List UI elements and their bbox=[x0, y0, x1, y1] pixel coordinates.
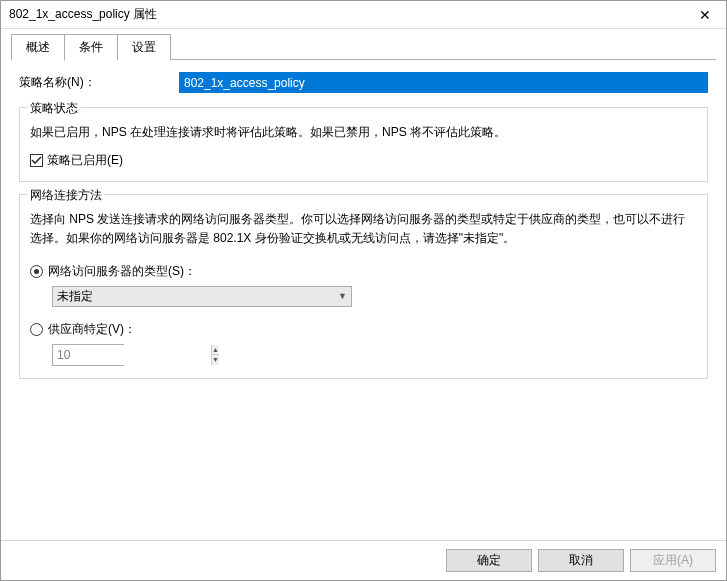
radio-vendor-specific[interactable]: 供应商特定(V)： bbox=[30, 321, 697, 338]
policy-enabled-label: 策略已启用(E) bbox=[47, 152, 123, 169]
tab-settings[interactable]: 设置 bbox=[117, 34, 171, 60]
chevron-down-icon: ▼ bbox=[212, 356, 219, 363]
tab-overview[interactable]: 概述 bbox=[11, 34, 65, 61]
policy-name-input[interactable] bbox=[179, 72, 708, 93]
radio-server-type-label: 网络访问服务器的类型(S)： bbox=[48, 263, 196, 280]
spinner-down-button[interactable]: ▼ bbox=[212, 355, 219, 365]
server-type-select-value: 未指定 bbox=[57, 288, 93, 305]
policy-status-group: 策略状态 如果已启用，NPS 在处理连接请求时将评估此策略。如果已禁用，NPS … bbox=[19, 107, 708, 182]
radio-icon bbox=[30, 265, 43, 278]
close-button[interactable]: ✕ bbox=[684, 1, 726, 28]
policy-name-label: 策略名称(N)： bbox=[19, 74, 179, 91]
connection-method-group: 网络连接方法 选择向 NPS 发送连接请求的网络访问服务器类型。你可以选择网络访… bbox=[19, 194, 708, 378]
tab-settings-label: 设置 bbox=[132, 40, 156, 54]
connection-method-title: 网络连接方法 bbox=[27, 187, 105, 204]
tab-bar: 概述 条件 设置 bbox=[11, 37, 716, 60]
chevron-up-icon: ▲ bbox=[212, 346, 219, 353]
cancel-button[interactable]: 取消 bbox=[538, 549, 624, 572]
policy-status-title: 策略状态 bbox=[27, 100, 81, 117]
connection-method-desc: 选择向 NPS 发送连接请求的网络访问服务器类型。你可以选择网络访问服务器的类型… bbox=[30, 210, 697, 248]
tab-conditions[interactable]: 条件 bbox=[64, 34, 118, 60]
close-icon: ✕ bbox=[699, 8, 711, 22]
policy-status-desc: 如果已启用，NPS 在处理连接请求时将评估此策略。如果已禁用，NPS 将不评估此… bbox=[30, 123, 697, 142]
ok-button[interactable]: 确定 bbox=[446, 549, 532, 572]
radio-vendor-label: 供应商特定(V)： bbox=[48, 321, 136, 338]
window-title: 802_1x_access_policy 属性 bbox=[9, 6, 157, 23]
tab-overview-label: 概述 bbox=[26, 40, 50, 54]
server-type-select[interactable]: 未指定 ▼ bbox=[52, 286, 352, 307]
radio-server-type[interactable]: 网络访问服务器的类型(S)： bbox=[30, 263, 697, 280]
checkbox-icon bbox=[30, 154, 43, 167]
vendor-spinner-input bbox=[53, 345, 211, 365]
policy-enabled-checkbox[interactable]: 策略已启用(E) bbox=[30, 152, 697, 169]
radio-icon bbox=[30, 323, 43, 336]
vendor-spinner[interactable]: ▲ ▼ bbox=[52, 344, 124, 366]
tab-conditions-label: 条件 bbox=[79, 40, 103, 54]
apply-button: 应用(A) bbox=[630, 549, 716, 572]
spinner-up-button[interactable]: ▲ bbox=[212, 345, 219, 356]
chevron-down-icon: ▼ bbox=[338, 291, 347, 301]
